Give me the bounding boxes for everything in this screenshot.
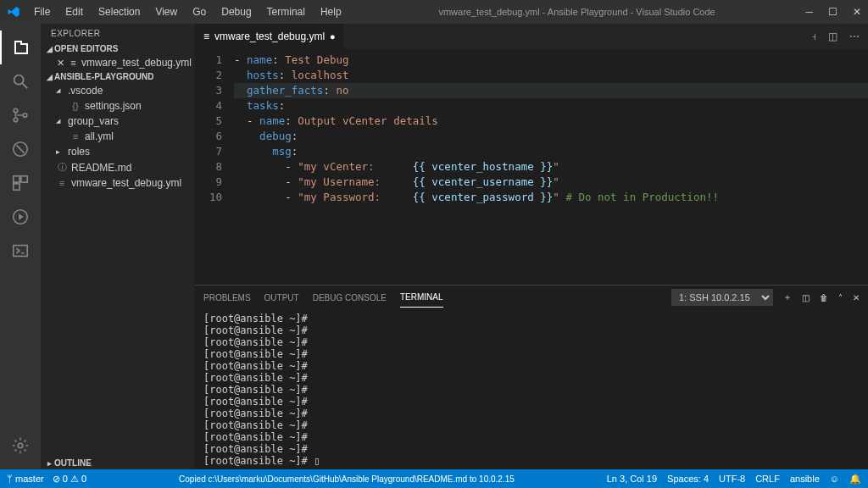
explorer-icon[interactable] (0, 30, 41, 64)
kill-terminal-icon[interactable]: 🗑 (820, 288, 828, 308)
search-icon[interactable] (0, 64, 41, 98)
file-item[interactable]: ≡vmware_test_debug.yml (41, 175, 195, 191)
sidebar-title: EXPLORER (41, 24, 195, 42)
tree-item-label: group_vars (68, 115, 119, 127)
svg-point-0 (14, 75, 24, 85)
tab-label: vmware_test_debug.yml (214, 30, 325, 42)
status-problems[interactable]: ⊘ 0 ⚠ 0 (53, 474, 86, 485)
split-editor-icon[interactable]: ◫ (828, 30, 837, 42)
folder-section[interactable]: ◢ ANSIBLE-PLAYGROUND (41, 70, 195, 83)
status-bar: ᛘ master ⊘ 0 ⚠ 0 Copied c:\Users\marku\D… (0, 469, 868, 488)
code-editor[interactable]: 12345678910 - name: Test Debug hosts: lo… (195, 49, 868, 285)
svg-rect-9 (14, 184, 19, 190)
panel-tab-debug-console[interactable]: DEBUG CONSOLE (313, 288, 387, 308)
encoding[interactable]: UTF-8 (719, 474, 745, 484)
folder-item[interactable]: roles (41, 144, 195, 159)
svg-line-1 (23, 84, 28, 89)
indent[interactable]: Spaces: 4 (667, 474, 709, 484)
sidebar: EXPLORER ◢ OPEN EDITORS ✕ ≡ vmware_test_… (41, 24, 195, 469)
source-control-icon[interactable] (0, 98, 41, 132)
eol[interactable]: CRLF (755, 474, 780, 484)
file-item[interactable]: {}settings.json (41, 98, 195, 114)
feedback-icon[interactable]: ☺ (830, 474, 839, 484)
folder-item[interactable]: .vscode (41, 83, 195, 98)
git-branch[interactable]: ᛘ master (7, 474, 44, 484)
svg-point-2 (14, 108, 18, 113)
outline-label: OUTLINE (54, 458, 92, 468)
split-terminal-icon[interactable]: ◫ (802, 288, 810, 308)
settings-gear-icon[interactable] (0, 429, 41, 463)
svg-point-13 (18, 443, 23, 448)
open-editors-label: OPEN EDITORS (54, 44, 118, 53)
svg-rect-8 (21, 176, 27, 182)
maximize-icon[interactable]: ☐ (828, 6, 837, 18)
editor-area: ≡ vmware_test_debug.yml ● ⫞ ◫ ⋯ 12345678… (195, 24, 868, 469)
file-icon: ⓘ (56, 161, 68, 174)
unsaved-icon[interactable]: ✕ (56, 58, 65, 69)
svg-marker-11 (19, 214, 24, 219)
new-terminal-icon[interactable]: ＋ (783, 286, 792, 308)
debug-icon[interactable] (0, 132, 41, 166)
unsaved-dot-icon[interactable]: ● (330, 31, 336, 42)
menu-go[interactable]: Go (186, 3, 213, 21)
file-item[interactable]: ≡all.yml (41, 129, 195, 144)
tree-item-label: roles (68, 146, 90, 158)
menu-view[interactable]: View (148, 3, 184, 21)
chevron-down-icon: ◢ (44, 73, 54, 81)
folder-item[interactable]: group_vars (41, 114, 195, 129)
vscode-logo-icon (7, 5, 20, 19)
close-panel-icon[interactable]: ✕ (853, 288, 860, 308)
window-title: vmware_test_debug.yml - Ansible Playgrou… (348, 7, 806, 17)
extensions-icon[interactable] (0, 166, 41, 200)
open-editors-section[interactable]: ◢ OPEN EDITORS (41, 42, 195, 55)
azure-icon[interactable] (0, 200, 41, 234)
svg-point-3 (14, 118, 18, 122)
activity-bar (0, 24, 41, 469)
file-icon: {} (70, 101, 81, 111)
maximize-panel-icon[interactable]: ˄ (838, 288, 843, 308)
cursor-position[interactable]: Ln 3, Col 19 (607, 474, 657, 484)
notifications-icon[interactable]: 🔔 (849, 474, 861, 485)
file-item[interactable]: ⓘREADME.md (41, 159, 195, 175)
file-icon: ≡ (203, 30, 209, 42)
file-icon: ≡ (70, 131, 81, 141)
menu-debug[interactable]: Debug (214, 3, 258, 21)
powershell-icon[interactable] (0, 234, 41, 268)
bottom-panel: PROBLEMS OUTPUT DEBUG CONSOLE TERMINAL 1… (195, 285, 868, 469)
panel-tab-terminal[interactable]: TERMINAL (400, 287, 443, 308)
menu-help[interactable]: Help (314, 3, 348, 21)
svg-point-4 (23, 114, 27, 118)
open-editor-item[interactable]: ✕ ≡ vmware_test_debug.yml (41, 55, 195, 70)
split-vertical-icon[interactable]: ⫞ (811, 30, 816, 42)
menu-terminal[interactable]: Terminal (260, 3, 312, 21)
menu-selection[interactable]: Selection (92, 3, 147, 21)
outline-section[interactable]: ▸ OUTLINE (41, 457, 195, 469)
close-icon[interactable]: ✕ (853, 6, 861, 18)
tab-bar: ≡ vmware_test_debug.yml ● ⫞ ◫ ⋯ (195, 24, 868, 49)
svg-rect-7 (14, 176, 19, 182)
chevron-down-icon: ◢ (44, 45, 54, 53)
window-controls: ─ ☐ ✕ (805, 6, 861, 18)
minimize-icon[interactable]: ─ (805, 6, 813, 18)
menu-edit[interactable]: Edit (58, 3, 90, 21)
file-icon: ≡ (56, 178, 68, 188)
tree-item-label: settings.json (85, 100, 142, 112)
terminal[interactable]: [root@ansible ~]#[root@ansible ~]#[root@… (195, 309, 868, 469)
open-editor-label: vmware_test_debug.yml (81, 57, 192, 69)
more-icon[interactable]: ⋯ (849, 30, 860, 42)
file-icon: ≡ (69, 58, 78, 68)
tree-item-label: vmware_test_debug.yml (71, 177, 181, 189)
tree-item-label: README.md (71, 162, 131, 174)
language-mode[interactable]: ansible (790, 474, 820, 484)
tree-item-label: all.yml (85, 130, 114, 142)
folder-label: ANSIBLE-PLAYGROUND (54, 72, 153, 81)
title-bar: File Edit Selection View Go Debug Termin… (0, 0, 868, 24)
menu-file[interactable]: File (27, 3, 57, 21)
panel-tab-output[interactable]: OUTPUT (264, 288, 299, 308)
editor-tab[interactable]: ≡ vmware_test_debug.yml ● (195, 24, 345, 49)
terminal-selector[interactable]: 1: SSH 10.0.2.15 (671, 289, 773, 306)
tree-item-label: .vscode (68, 85, 103, 97)
panel-tab-problems[interactable]: PROBLEMS (203, 288, 251, 308)
chevron-right-icon: ▸ (44, 459, 54, 468)
svg-line-6 (16, 145, 24, 152)
